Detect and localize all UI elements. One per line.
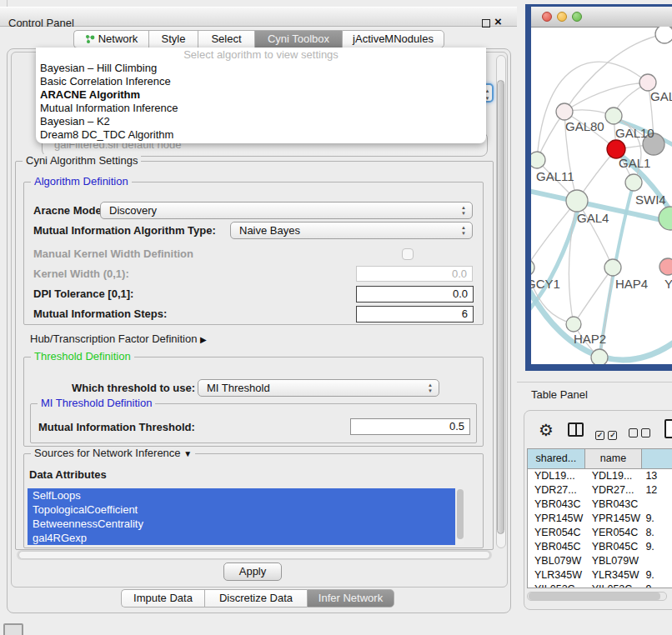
- tab-discretize-data[interactable]: Discretize Data: [204, 589, 307, 608]
- network-node[interactable]: [556, 103, 573, 120]
- algorithm-option[interactable]: Bayesian – K2: [36, 115, 486, 128]
- network-node[interactable]: [604, 259, 621, 276]
- kernel-width-label: Kernel Width (0,1):: [33, 268, 129, 280]
- mi-algorithm-type-combo[interactable]: Naive Bayes ▲▼: [230, 222, 473, 239]
- aracne-mode-label: Aracne Mode:: [33, 204, 105, 217]
- attribute-item[interactable]: TopologicalCoefficient: [28, 502, 455, 517]
- group-title: Cyni Algorithm Settings: [23, 154, 141, 167]
- mi-threshold-field[interactable]: 0.5: [350, 418, 470, 435]
- settings-hscrollbar-thumb[interactable]: [18, 551, 490, 559]
- manual-kernel-label: Manual Kernel Width Definition: [33, 248, 193, 260]
- node-label: GAL11: [536, 169, 574, 183]
- close-icon[interactable]: ×: [494, 14, 502, 28]
- network-node[interactable]: [591, 349, 608, 364]
- dpi-tolerance-field[interactable]: 0.0: [356, 286, 474, 302]
- control-panel-titlebar: Control Panel ×: [0, 7, 517, 27]
- table-row[interactable]: YPR145WYPR145W9.: [528, 512, 672, 526]
- algorithm-option[interactable]: Dream8 DC_TDC Algorithm: [36, 128, 486, 142]
- attribute-item[interactable]: gal4RGexp: [28, 531, 455, 545]
- table-cell: YBR045C: [528, 540, 585, 554]
- network-icon: [85, 34, 95, 44]
- tab-network[interactable]: Network: [73, 30, 148, 48]
- close-traffic-light[interactable]: [542, 12, 552, 22]
- network-node[interactable]: [659, 258, 672, 275]
- network-node[interactable]: [531, 259, 534, 276]
- table-cell: YIL052C: [528, 582, 585, 588]
- network-node[interactable]: [639, 74, 656, 91]
- attribute-item[interactable]: BetweennessCentrality: [28, 517, 455, 531]
- node-label: Y: [664, 277, 672, 291]
- mi-threshold-label: Mutual Information Threshold:: [38, 421, 195, 433]
- sources-expander[interactable]: Sources for Network Inference ▼: [31, 447, 195, 459]
- attributes-scrollbar-thumb[interactable]: [457, 489, 464, 539]
- which-threshold-combo[interactable]: MI Threshold ▲▼: [198, 379, 439, 397]
- table-cell: YPR145W: [585, 512, 643, 526]
- manual-kernel-checkbox[interactable]: [402, 248, 414, 260]
- split-columns-icon[interactable]: [568, 422, 584, 437]
- column-header[interactable]: shared...: [528, 449, 585, 468]
- desktop: { "colors": { "selection_blue": "#3f6cd6…: [0, 0, 672, 635]
- table-cell: YBR045C: [585, 540, 643, 554]
- mi-steps-label: Mutual Information Steps:: [33, 308, 167, 320]
- table-row[interactable]: YLR345WYLR345W9.: [528, 568, 672, 582]
- control-panel-title: Control Panel: [8, 17, 74, 29]
- node-label: GAL: [650, 89, 672, 103]
- divider: [517, 382, 672, 382]
- settings-scrollbar-thumb[interactable]: [497, 80, 504, 534]
- column-header[interactable]: name: [585, 449, 643, 468]
- table-cell: YDL19...: [528, 469, 585, 483]
- network-node[interactable]: [655, 27, 672, 43]
- group-title: MI Threshold Definition: [38, 397, 155, 409]
- chevron-updown-icon: ▲▼: [461, 205, 466, 217]
- column-header[interactable]: [642, 449, 672, 468]
- tab-jactivemnodules[interactable]: jActiveMNodules: [342, 30, 444, 48]
- tab-select[interactable]: Select: [198, 30, 254, 48]
- float-window-icon[interactable]: [482, 19, 490, 28]
- network-node[interactable]: [566, 317, 581, 332]
- algorithm-option[interactable]: Bayesian – Hill Climbing: [36, 62, 486, 75]
- mi-steps-field[interactable]: 6: [356, 306, 474, 322]
- table-row[interactable]: YBR043CYBR043C: [528, 498, 672, 512]
- network-node[interactable]: [531, 152, 545, 168]
- network-node[interactable]: [659, 207, 672, 230]
- network-window-titlebar[interactable]: [531, 7, 672, 28]
- minimize-traffic-light[interactable]: [557, 12, 567, 22]
- checked-boxes-icon[interactable]: ✓ ✓: [595, 426, 617, 441]
- network-canvas[interactable]: GALGAL80GAL10GAL1GAL11SWI4GAL4GCY1HAP4YH…: [531, 27, 672, 364]
- gear-icon[interactable]: ⚙: [539, 420, 554, 440]
- network-node[interactable]: [625, 174, 642, 191]
- data-attributes-list[interactable]: SelfLoopsTopologicalCoefficientBetweenne…: [28, 488, 455, 545]
- hub-definition-expander[interactable]: Hub/Transcription Factor Definition ▶: [30, 332, 207, 345]
- tab-style[interactable]: Style: [148, 30, 198, 48]
- table-cell: YER054C: [585, 526, 643, 540]
- tab-impute-data[interactable]: Impute Data: [121, 589, 204, 608]
- document-icon[interactable]: [664, 419, 672, 438]
- table-hscrollbar-thumb[interactable]: [529, 592, 660, 600]
- table-cell: [642, 554, 672, 568]
- network-node[interactable]: [566, 190, 588, 212]
- algorithm-option[interactable]: Mutual Information Inference: [36, 102, 486, 115]
- table-cell: YDR27...: [585, 483, 643, 498]
- tab-cyni-toolbox[interactable]: Cyni Toolbox: [254, 30, 342, 48]
- table-cell: YPR145W: [528, 512, 585, 526]
- table-row[interactable]: YBR045CYBR045C9.: [528, 540, 672, 554]
- kernel-width-field[interactable]: 0.0: [356, 266, 473, 282]
- tab-infer-network[interactable]: Infer Network: [307, 589, 394, 608]
- node-label: GAL10: [615, 126, 654, 140]
- table-row[interactable]: YDR27...YDR27...12: [528, 483, 672, 498]
- table-row[interactable]: YBL079WYBL079W: [528, 554, 672, 568]
- unchecked-boxes-icon[interactable]: [629, 426, 650, 441]
- table-row[interactable]: YDL19...YDL19...13: [528, 469, 672, 483]
- apply-button[interactable]: Apply: [223, 562, 282, 581]
- network-node[interactable]: [605, 108, 622, 124]
- aracne-mode-combo[interactable]: Discovery ▲▼: [100, 202, 473, 219]
- algorithm-option[interactable]: ARACNE Algorithm: [36, 88, 486, 102]
- table-cell: 9.: [642, 512, 672, 526]
- panel-dock-icon[interactable]: [3, 623, 23, 635]
- algorithm-option[interactable]: Basic Correlation Inference: [36, 75, 486, 88]
- table-cell: YBR043C: [528, 498, 585, 512]
- table-row[interactable]: YER054CYER054C8.: [528, 526, 672, 540]
- table-row[interactable]: YIL052CYIL052C9: [528, 582, 672, 588]
- zoom-traffic-light[interactable]: [572, 12, 582, 22]
- attribute-item[interactable]: SelfLoops: [28, 488, 455, 502]
